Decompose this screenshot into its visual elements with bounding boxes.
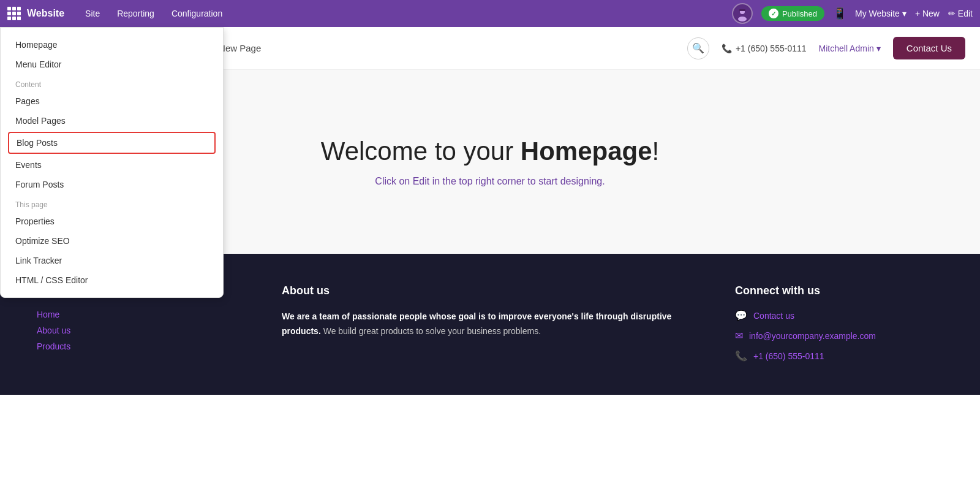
top-bar-nav: Site Reporting Configuration	[78, 5, 230, 22]
phone-icon: 📞	[722, 44, 732, 53]
hero-title-bold: Homepage	[521, 137, 652, 166]
dropdown-forum-posts[interactable]: Forum Posts	[1, 175, 223, 194]
dropdown-events[interactable]: Events	[1, 155, 223, 175]
footer-contact-us[interactable]: 💬 Contact us	[735, 310, 943, 321]
footer-link-about[interactable]: About us	[37, 326, 245, 335]
chat-icon: 💬	[735, 310, 747, 321]
chevron-down-icon: ▾	[902, 9, 907, 18]
search-icon: 🔍	[692, 42, 704, 54]
published-check-icon	[769, 9, 778, 18]
site-dropdown-menu: Homepage Menu Editor Content Pages Model…	[0, 27, 224, 298]
dropdown-optimize-seo[interactable]: Optimize SEO	[1, 231, 223, 251]
edit-label: ✏ Edit	[948, 9, 973, 18]
email-icon: ✉	[735, 330, 743, 341]
footer-connect: Connect with us 💬 Contact us ✉ info@your…	[735, 284, 943, 370]
about-text-rest: We build great products to solve your bu…	[323, 326, 541, 336]
hero-subtitle-end: in the top right corner to start designi…	[429, 176, 605, 186]
dropdown-menu-editor[interactable]: Menu Editor	[1, 55, 223, 74]
phone-number: +1 (650) 555-0111	[736, 44, 807, 53]
hero-title: Welcome to your Homepage!	[321, 137, 659, 166]
footer-about: About us We are a team of passionate peo…	[282, 284, 698, 370]
footer-link-home[interactable]: Home	[37, 310, 245, 319]
footer-email-label: info@yourcompany.example.com	[749, 331, 876, 341]
avatar[interactable]	[732, 3, 753, 24]
top-bar-brand: Website	[27, 8, 64, 19]
dropdown-properties[interactable]: Properties	[1, 211, 223, 231]
dropdown-blog-posts[interactable]: Blog Posts	[8, 132, 216, 154]
search-button[interactable]: 🔍	[687, 37, 709, 59]
top-bar-right: Published 📱 My Website ▾ + New ✏ Edit	[732, 3, 973, 24]
contact-us-button[interactable]: Contact Us	[893, 37, 965, 59]
hero-title-start: Welcome to your	[321, 137, 521, 166]
mobile-icon[interactable]: 📱	[833, 7, 846, 20]
footer-phone-icon: 📞	[735, 350, 747, 362]
svg-point-2	[738, 17, 747, 21]
footer-link-products[interactable]: Products	[37, 341, 245, 351]
nav-configuration[interactable]: Configuration	[164, 5, 230, 22]
nav-new-page[interactable]: New Page	[219, 43, 261, 53]
published-badge[interactable]: Published	[761, 6, 824, 21]
dropdown-pages[interactable]: Pages	[1, 91, 223, 111]
hero-subtitle-start: Click on	[375, 176, 412, 186]
site-header-actions: 🔍 📞 +1 (650) 555-0111 Mitchell Admin ▾ C…	[687, 37, 965, 59]
top-bar-left: Website Site Reporting Configuration	[7, 5, 230, 22]
this-page-section-label: This page	[1, 194, 223, 211]
admin-chevron-icon: ▾	[876, 44, 881, 53]
footer-phone-label: +1 (650) 555-0111	[753, 351, 824, 361]
admin-dropdown[interactable]: Mitchell Admin ▾	[819, 44, 881, 53]
connect-title: Connect with us	[735, 284, 943, 297]
footer-contact-us-label: Contact us	[753, 311, 794, 321]
dropdown-link-tracker[interactable]: Link Tracker	[1, 251, 223, 270]
nav-reporting[interactable]: Reporting	[110, 5, 162, 22]
dropdown-homepage[interactable]: Homepage	[1, 35, 223, 55]
new-label: + New	[915, 9, 940, 18]
dropdown-model-pages[interactable]: Model Pages	[1, 111, 223, 131]
dropdown-html-css-editor[interactable]: HTML / CSS Editor	[1, 270, 223, 290]
about-text: We are a team of passionate people whose…	[282, 310, 698, 339]
hero-title-end: !	[652, 137, 660, 166]
hero-subtitle: Click on Edit in the top right corner to…	[375, 176, 605, 187]
top-bar: Website Site Reporting Configuration Pub…	[0, 0, 980, 27]
nav-site[interactable]: Site	[78, 5, 107, 22]
phone-info: 📞 +1 (650) 555-0111	[722, 44, 807, 53]
about-title: About us	[282, 284, 698, 297]
footer-email[interactable]: ✉ info@yourcompany.example.com	[735, 330, 943, 341]
edit-button[interactable]: ✏ Edit	[948, 9, 973, 18]
grid-icon[interactable]	[7, 7, 21, 20]
footer-phone[interactable]: 📞 +1 (650) 555-0111	[735, 350, 943, 362]
svg-rect-3	[739, 9, 745, 11]
website-name: My Website	[855, 9, 900, 18]
hero-edit-link[interactable]: Edit	[413, 176, 430, 186]
content-section-label: Content	[1, 74, 223, 91]
published-label: Published	[782, 9, 817, 18]
website-selector[interactable]: My Website ▾	[855, 9, 907, 18]
admin-label: Mitchell Admin	[819, 44, 874, 53]
new-button[interactable]: + New	[915, 9, 940, 18]
